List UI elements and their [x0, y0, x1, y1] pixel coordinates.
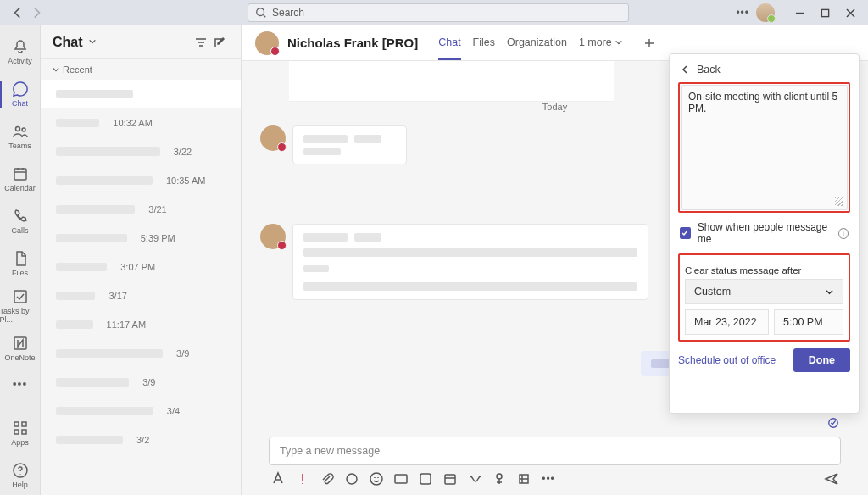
schedule-ooo-link[interactable]: Schedule out of office [678, 354, 776, 366]
status-textarea[interactable]: On-site meeting with client until 5 PM. [681, 85, 848, 210]
chat-list-item[interactable]: 3:07 PM [41, 253, 241, 281]
chat-timestamp: 10:35 AM [166, 175, 205, 186]
chat-timestamp: 3/22 [174, 147, 192, 157]
onenote-icon [12, 335, 29, 352]
message-avatar[interactable] [260, 125, 286, 151]
sticker-icon[interactable] [418, 471, 433, 487]
show-when-checkbox[interactable] [680, 227, 691, 239]
window-maximize[interactable] [812, 0, 837, 25]
info-icon[interactable]: i [838, 228, 849, 239]
svg-rect-9 [14, 430, 19, 434]
add-tab-button[interactable] [640, 34, 659, 53]
chat-list-item[interactable]: 3/9 [41, 339, 241, 368]
seen-indicator-icon [827, 417, 839, 431]
app-icon[interactable] [516, 471, 531, 487]
file-icon [12, 250, 29, 267]
svg-point-3 [22, 128, 25, 131]
chat-list-item[interactable]: 3/21 [41, 195, 241, 224]
svg-rect-16 [420, 474, 431, 484]
chat-list-item[interactable]: 3/22 [41, 137, 241, 166]
svg-point-0 [257, 8, 264, 16]
nav-forward[interactable] [29, 5, 44, 20]
chat-list-item[interactable]: 10:32 AM [41, 108, 241, 137]
search-input[interactable]: Search [248, 3, 629, 22]
chat-list-item[interactable]: 3/2 [41, 425, 241, 454]
clear-time-input[interactable]: 5:00 PM [774, 309, 843, 335]
svg-rect-8 [22, 422, 26, 426]
filter-button[interactable] [192, 33, 210, 52]
chat-list: 10:32 AM3/2210:35 AM3/215:39 PM3:07 PM3/… [41, 80, 241, 495]
rail-calendar[interactable]: Calendar [0, 159, 41, 198]
nav-back[interactable] [10, 5, 25, 20]
more-tools-icon[interactable]: ••• [541, 471, 556, 487]
chevron-down-icon[interactable] [88, 36, 97, 48]
user-avatar[interactable] [756, 3, 775, 22]
rail-calls[interactable]: Calls [0, 202, 41, 241]
tab-chat[interactable]: Chat [438, 25, 460, 60]
window-minimize[interactable] [787, 0, 812, 25]
chat-list-item[interactable] [41, 80, 241, 108]
priority-icon[interactable] [295, 471, 310, 487]
chat-list-item[interactable]: 11:17 AM [41, 310, 241, 339]
tab-files[interactable]: Files [473, 25, 495, 60]
status-back-button[interactable]: Back [678, 61, 850, 82]
schedule-icon[interactable] [442, 471, 458, 487]
chat-name-placeholder [56, 90, 133, 98]
phone-icon [12, 208, 29, 225]
clear-date-input[interactable]: Mar 23, 2022 [685, 309, 769, 335]
attach-icon[interactable] [320, 471, 335, 487]
gif-icon[interactable] [393, 471, 409, 487]
loop-icon[interactable] [344, 471, 359, 487]
panel-title: Chat [53, 35, 83, 50]
rail-apps[interactable]: Apps [0, 414, 41, 453]
format-icon[interactable] [270, 471, 286, 487]
chat-timestamp: 10:32 AM [113, 118, 152, 128]
compose-input[interactable]: Type a new message [269, 437, 841, 465]
tasks-icon [12, 288, 29, 305]
title-bar: Search ••• [0, 0, 868, 25]
done-button[interactable]: Done [793, 348, 850, 372]
status-message-text: On-site meeting with client until 5 PM. [688, 91, 837, 114]
message-avatar[interactable] [260, 224, 286, 249]
tab-organization[interactable]: Organization [507, 25, 567, 60]
help-icon [12, 462, 29, 479]
chat-name-placeholder [56, 436, 123, 444]
apps-icon [12, 420, 29, 437]
chat-name-placeholder [56, 407, 153, 415]
contact-name: Nicholas Frank [PRO] [287, 36, 418, 50]
rail-chat[interactable]: Chat [0, 75, 41, 114]
rail-teams[interactable]: Teams [0, 117, 41, 156]
new-chat-button[interactable] [210, 33, 229, 52]
approval-icon[interactable] [492, 471, 507, 487]
chat-icon [12, 81, 29, 97]
contact-avatar[interactable] [255, 31, 279, 55]
resize-handle-icon[interactable] [835, 197, 843, 206]
rail-onenote[interactable]: OneNote [0, 329, 41, 368]
chat-name-placeholder [56, 349, 163, 358]
emoji-icon[interactable] [369, 471, 384, 487]
show-when-label: Show when people message me [698, 221, 832, 245]
rail-activity[interactable]: Activity [0, 32, 41, 71]
section-recent[interactable]: Recent [41, 59, 241, 80]
chat-list-item[interactable]: 10:35 AM [41, 166, 241, 195]
chat-list-item[interactable]: 3/4 [41, 397, 241, 425]
bell-icon [12, 38, 29, 55]
chat-name-placeholder [56, 292, 95, 300]
send-button[interactable] [824, 471, 839, 487]
rail-files[interactable]: Files [0, 244, 41, 283]
chat-list-item[interactable]: 5:39 PM [41, 224, 241, 253]
window-close[interactable] [837, 0, 863, 25]
rail-tasks[interactable]: Tasks by Pl... [0, 286, 41, 325]
chat-name-placeholder [56, 205, 135, 214]
chat-name-placeholder [56, 263, 107, 271]
chat-list-item[interactable]: 3/9 [41, 368, 241, 397]
tab-more[interactable]: 1 more [579, 25, 623, 60]
rail-help[interactable]: Help [0, 456, 41, 495]
stream-icon[interactable] [467, 471, 482, 487]
clear-after-select[interactable]: Custom [685, 279, 843, 304]
rail-more[interactable]: ••• [13, 371, 28, 397]
chat-name-placeholder [56, 176, 153, 185]
compose-placeholder: Type a new message [280, 445, 380, 457]
chat-list-item[interactable]: 3/17 [41, 281, 241, 310]
more-icon[interactable]: ••• [736, 7, 749, 19]
